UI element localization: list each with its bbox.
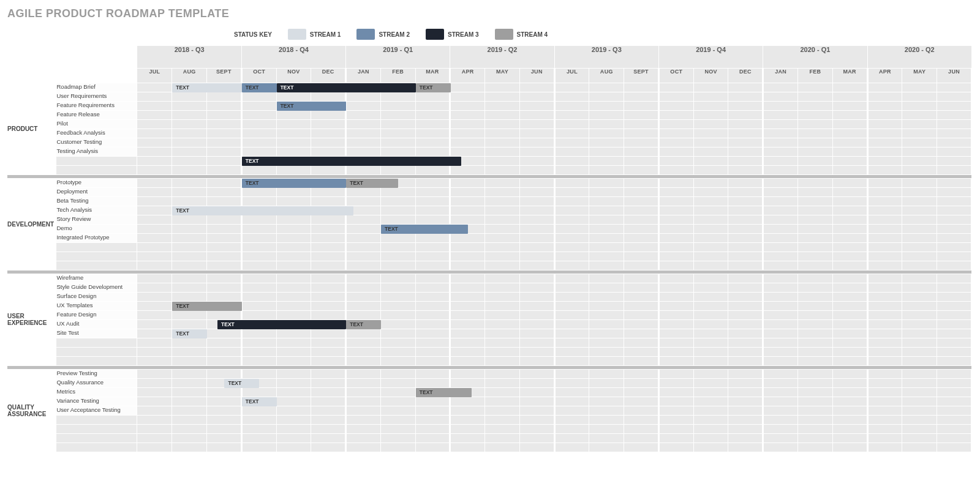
legend-label: STREAM 4 bbox=[517, 31, 548, 38]
quarter-header: 2019 - Q2 bbox=[450, 46, 554, 68]
task-label bbox=[56, 415, 137, 424]
timeline-area bbox=[137, 92, 172, 101]
task-label bbox=[56, 261, 137, 270]
timeline-area: TEXT bbox=[137, 378, 172, 387]
timeline-area bbox=[137, 310, 172, 319]
status-key-label: STATUS KEY bbox=[234, 31, 272, 38]
task-label: Tech Analysis bbox=[56, 206, 137, 215]
month-header: JUL bbox=[554, 68, 589, 83]
month-header: OCT bbox=[658, 68, 693, 83]
timeline-area: TEXTTEXTTEXTTEXT bbox=[137, 83, 172, 92]
legend-stream-4: STREAM 4 bbox=[495, 29, 548, 40]
month-header: MAY bbox=[902, 68, 937, 83]
timeline-area bbox=[137, 138, 172, 147]
task-label: Beta Testing bbox=[56, 196, 137, 206]
task-label: User Acceptance Testing bbox=[56, 406, 137, 415]
timeline-area: TEXT bbox=[137, 224, 172, 233]
section-name: DEVELOPMENT bbox=[7, 178, 56, 270]
task-label: Style Guide Development bbox=[56, 283, 137, 292]
timeline-area bbox=[137, 442, 172, 452]
timeline-area bbox=[137, 356, 172, 365]
legend-stream-2: STREAM 2 bbox=[356, 29, 410, 40]
timeline-area bbox=[137, 165, 172, 174]
task-label bbox=[56, 347, 137, 356]
month-header: NOV bbox=[276, 68, 311, 83]
timeline-area: TEXT bbox=[137, 156, 172, 165]
task-label: Feedback Analysis bbox=[56, 129, 137, 138]
task-label: User Requirements bbox=[56, 92, 137, 101]
task-label: Site Test bbox=[56, 329, 137, 338]
month-header: DEC bbox=[311, 68, 346, 83]
task-label bbox=[56, 156, 137, 165]
quarter-header: 2019 - Q4 bbox=[658, 46, 763, 68]
timeline-area bbox=[137, 283, 172, 292]
month-header: JAN bbox=[763, 68, 798, 83]
legend-swatch bbox=[356, 29, 375, 40]
task-label: Pilot bbox=[56, 119, 137, 129]
task-label bbox=[56, 165, 137, 174]
timeline-area: TEXT bbox=[137, 301, 172, 310]
month-header: APR bbox=[867, 68, 902, 83]
month-header: NOV bbox=[693, 68, 728, 83]
task-label: Preview Testing bbox=[56, 369, 137, 378]
month-header: MAR bbox=[415, 68, 450, 83]
task-label bbox=[56, 442, 137, 452]
timeline-area: TEXT bbox=[137, 206, 172, 215]
timeline-area bbox=[137, 196, 172, 206]
quarter-header: 2018 - Q3 bbox=[137, 46, 241, 68]
task-label bbox=[56, 338, 137, 347]
task-label: Quality Assurance bbox=[56, 378, 137, 387]
timeline-area bbox=[137, 242, 172, 252]
timeline-area bbox=[137, 187, 172, 196]
timeline-area bbox=[137, 110, 172, 119]
page-title: AGILE PRODUCT ROADMAP TEMPLATE bbox=[7, 7, 973, 20]
legend-label: STREAM 2 bbox=[379, 31, 410, 38]
task-label bbox=[56, 433, 137, 442]
timeline-area bbox=[137, 261, 172, 270]
task-label bbox=[56, 356, 137, 365]
timeline-area bbox=[137, 292, 172, 301]
timeline-area bbox=[137, 369, 172, 378]
task-label bbox=[56, 424, 137, 433]
task-label: Deployment bbox=[56, 187, 137, 196]
timeline-area: TEXTTEXT bbox=[137, 178, 172, 187]
task-label: Roadmap Brief bbox=[56, 83, 137, 92]
quarter-header: 2020 - Q2 bbox=[867, 46, 971, 68]
timeline-area bbox=[137, 233, 172, 242]
timeline-area bbox=[137, 424, 172, 433]
month-header: MAR bbox=[832, 68, 867, 83]
timeline-area: TEXT bbox=[137, 329, 172, 338]
timeline-area bbox=[137, 147, 172, 156]
legend-stream-3: STREAM 3 bbox=[426, 29, 479, 40]
timeline-area bbox=[137, 406, 172, 415]
timeline-area: TEXT bbox=[137, 101, 172, 110]
task-label: Wireframe bbox=[56, 274, 137, 283]
timeline-area bbox=[137, 252, 172, 261]
task-label: Surface Design bbox=[56, 292, 137, 301]
timeline-area bbox=[137, 129, 172, 138]
task-label: Variance Testing bbox=[56, 397, 137, 406]
timeline-area: TEXT bbox=[137, 397, 172, 406]
month-header: OCT bbox=[241, 68, 276, 83]
month-header: DEC bbox=[728, 68, 763, 83]
task-label: Feature Design bbox=[56, 310, 137, 319]
month-header: JAN bbox=[346, 68, 381, 83]
task-label: Metrics bbox=[56, 387, 137, 397]
month-header: MAY bbox=[485, 68, 520, 83]
legend-swatch bbox=[426, 29, 444, 40]
roadmap-grid: 2018 - Q32018 - Q42019 - Q12019 - Q22019… bbox=[7, 46, 973, 452]
timeline-area bbox=[137, 415, 172, 424]
task-label: Prototype bbox=[56, 178, 137, 187]
task-label bbox=[56, 242, 137, 252]
legend-stream-1: STREAM 1 bbox=[288, 29, 341, 40]
month-header: APR bbox=[450, 68, 485, 83]
timeline-area bbox=[137, 119, 172, 129]
task-label: Testing Analysis bbox=[56, 147, 137, 156]
timeline-area: TEXTTEXT bbox=[137, 319, 172, 329]
month-header: JUL bbox=[137, 68, 172, 83]
month-header: JUN bbox=[937, 68, 972, 83]
task-label: UX Audit bbox=[56, 319, 137, 329]
section-name: USER EXPERIENCE bbox=[7, 274, 56, 365]
task-label: Integrated Prototype bbox=[56, 233, 137, 242]
month-header: SEPT bbox=[206, 68, 241, 83]
